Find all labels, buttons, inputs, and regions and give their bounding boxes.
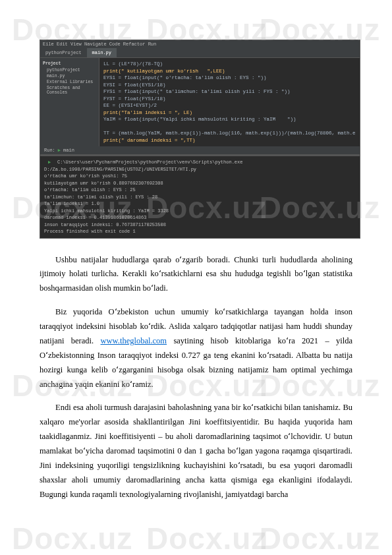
watermark: Docx.uz [260,521,380,555]
sidebar-item[interactable]: External Libraries [43,79,96,85]
code-line: EYS1 = float(input(" o'rtacha: ta'lim ol… [103,75,267,80]
menubar-text: Eile Edit View Navigate Code Refactor Ru… [43,42,156,47]
editor-tab-main[interactable]: main.py [87,48,117,57]
code-line: print("Ta'lim indeksi = ", LE) [103,110,192,115]
console-line: Ta'lim indeksi = 1.0 [44,200,356,208]
code-line: LL = (LE*78)/(78-TQ) [103,61,163,67]
console-line: daromad indeksi = 0.41391861028614863 [44,214,356,221]
project-sidebar: Project pythonProject main.py External L… [40,58,99,146]
console-line: inson taraqqiyot indeksi: 0.767387117025… [44,221,356,229]
run-button-icon[interactable]: ▶ [44,159,55,166]
console-line: kutilayotgan umr ko'rish 0.8897692307692… [44,180,356,187]
console-line: Yalpi ichki mahsulotni kiriting : YaIM =… [44,208,356,215]
code-line: print(" daromad indeksi = ",TT) [103,138,196,143]
run-label: Run: [44,148,55,153]
code-line: TT = (math.log(YaIM, math.exp(1))-math.l… [103,131,356,136]
console-line: C:\Users\user\PycharmProjects\pythonProj… [44,159,356,173]
ide-menubar: Eile Edit View Navigate Code Refactor Ru… [40,40,360,48]
sidebar-item[interactable]: pythonProject [43,67,96,73]
code-line: YaIM = float(input("Yalpi ichki mahsulot… [103,117,296,122]
console-line: Process finished with exit code 1 [44,228,356,235]
code-line: FYS1 = float(input(" ta'limchun: ta'limi… [103,89,291,94]
paragraph-1: Ushbu natijalar hududlarga qarab oʻzgari… [40,253,352,297]
code-line: EE = (EYSI+EYST)/2 [103,103,157,108]
external-link[interactable]: www.theglobal.com [101,336,167,345]
sidebar-item[interactable]: Scratches and Consoles [43,85,96,96]
sidebar-item[interactable]: main.py [43,73,96,79]
play-icon[interactable]: ▶ [58,148,61,153]
paragraph-2: Biz yuqorida Oʻzbekiston uchun umumiy ko… [40,305,352,392]
code-line: EYSI = float(EYS1/18) [103,82,166,88]
paragraph-3: Endi esa aholi turmush darajasini bahola… [40,401,352,502]
console-line: o'rtacha umr ko'rish yoshi: 75 [44,173,356,180]
console-line: o'rtacha: ta'lim olish : EYS : 25 [44,187,356,194]
console-line: ta'limchun: ta'limi olish yili : EYS : 2… [44,194,356,201]
sidebar-title: Project [43,60,96,67]
watermark: Docx.uz [12,521,132,555]
run-panel-header: Run: ▶ main [40,146,360,155]
watermark: Docx.uz [146,521,267,555]
run-config-name: main [63,148,74,153]
ide-tabs: pythonProject main.py [40,48,360,58]
code-line: print(" kutilayotgan umr ko'rish ",LEE) [103,69,225,74]
ide-screenshot: Eile Edit View Navigate Code Refactor Ru… [40,40,360,239]
document-body: Ushbu natijalar hududlarga qarab oʻzgari… [0,239,392,502]
project-tab[interactable]: pythonProject [40,48,87,57]
code-editor[interactable]: LL = (LE*78)/(78-TQ) print(" kutilayotga… [99,58,360,146]
console-output: ▶ C:\Users\user\PycharmProjects\pythonPr… [40,155,360,238]
code-line: FYST = float(FYS1/18) [103,96,166,102]
